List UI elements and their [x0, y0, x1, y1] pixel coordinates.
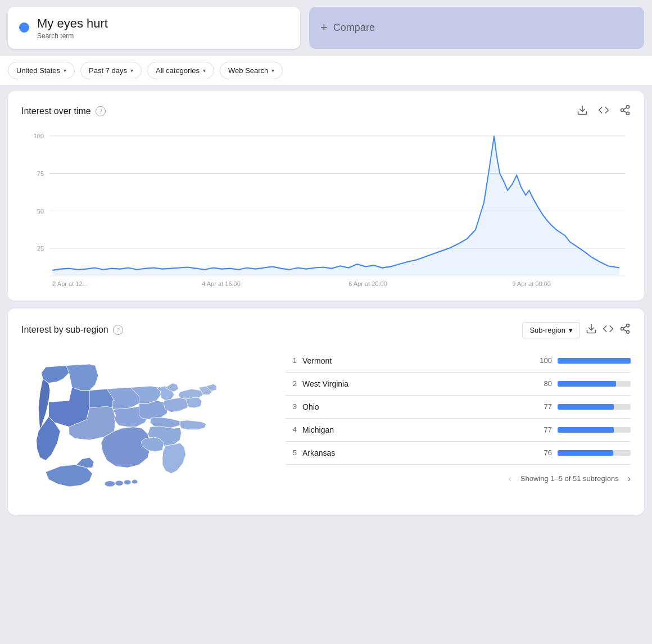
region-bar-3: [558, 404, 614, 410]
filter-category[interactable]: All categories ▾: [147, 62, 214, 79]
filter-region-chevron: ▾: [64, 67, 66, 74]
svg-marker-40: [164, 397, 189, 412]
svg-text:6 Apr at 20:00: 6 Apr at 20:00: [348, 280, 387, 287]
region-name-3: Ohio: [302, 402, 527, 411]
main-content: Interest over time ?: [0, 91, 652, 515]
region-row: 5 Arkansas 76: [286, 442, 631, 465]
region-bar-container-3: [558, 404, 631, 410]
svg-marker-44: [186, 397, 202, 407]
search-term-card: My eyes hurt Search term: [8, 7, 300, 49]
filter-time[interactable]: Past 7 days ▾: [80, 62, 142, 79]
pagination-text: Showing 1–5 of 51 subregions: [520, 474, 619, 483]
help-icon-time[interactable]: ?: [96, 106, 106, 116]
svg-text:100: 100: [34, 132, 44, 139]
search-dot-indicator: [19, 22, 29, 33]
svg-point-52: [105, 480, 115, 486]
pagination: ‹ Showing 1–5 of 51 subregions ›: [286, 465, 631, 484]
interest-over-time-panel: Interest over time ?: [8, 91, 644, 301]
subregion-content: 1 Vermont 100 2 West Virginia 80: [21, 350, 631, 501]
time-chart: 100 75 50 25 2 Apr at 12... 4 Apr at 16:…: [21, 130, 631, 287]
region-row: 3 Ohio 77: [286, 396, 631, 419]
panel-actions-time: [577, 105, 631, 119]
region-bar-container-5: [558, 450, 631, 456]
svg-text:75: 75: [37, 170, 44, 176]
svg-line-4: [623, 111, 627, 112]
search-term-name: My eyes hurt: [37, 16, 108, 32]
region-name-1: Vermont: [302, 356, 527, 365]
svg-line-23: [623, 329, 627, 331]
region-rank-4: 4: [286, 425, 297, 434]
region-bar-container-4: [558, 427, 631, 433]
chart-svg: 100 75 50 25 2 Apr at 12... 4 Apr at 16:…: [21, 130, 631, 287]
region-row: 2 West Virginia 80: [286, 373, 631, 396]
svg-line-24: [623, 326, 627, 328]
interest-over-time-title: Interest over time: [21, 106, 91, 116]
region-bar-container-1: [558, 358, 631, 364]
svg-marker-46: [180, 420, 206, 429]
filter-category-chevron: ▾: [203, 67, 206, 74]
compare-label: Compare: [333, 22, 375, 34]
region-row: 1 Vermont 100: [286, 350, 631, 373]
top-bar: My eyes hurt Search term + Compare: [0, 0, 652, 56]
svg-text:9 Apr at 00:00: 9 Apr at 00:00: [512, 280, 551, 287]
svg-marker-50: [46, 465, 92, 487]
region-name-2: West Virginia: [302, 379, 527, 388]
subregion-dropdown[interactable]: Sub-region ▾: [522, 322, 580, 338]
svg-text:50: 50: [37, 207, 44, 214]
filter-category-label: All categories: [156, 66, 200, 75]
region-bar-1: [558, 358, 631, 364]
subregion-share-icon[interactable]: [619, 323, 631, 337]
svg-marker-28: [66, 364, 98, 391]
subregion-dropdown-label: Sub-region: [529, 326, 565, 334]
region-rank-5: 5: [286, 448, 297, 457]
search-term-label: Search term: [37, 32, 108, 40]
embed-icon[interactable]: [598, 105, 609, 119]
us-map-area: [21, 350, 274, 501]
region-rank-2: 2: [286, 379, 297, 388]
svg-text:25: 25: [37, 245, 44, 252]
filter-search-type[interactable]: Web Search ▾: [220, 62, 283, 79]
svg-marker-41: [179, 389, 203, 399]
region-list: 1 Vermont 100 2 West Virginia 80: [286, 350, 631, 501]
interest-by-subregion-panel: Interest by sub-region ? Sub-region ▾: [8, 309, 644, 515]
svg-text:4 Apr at 16:00: 4 Apr at 16:00: [202, 280, 241, 287]
region-bar-container-2: [558, 381, 631, 387]
compare-card[interactable]: + Compare: [309, 7, 644, 49]
svg-line-5: [623, 107, 627, 109]
region-value-2: 80: [532, 379, 552, 388]
subregion-header-actions: Sub-region ▾: [522, 322, 631, 338]
region-value-3: 77: [532, 402, 552, 411]
region-bar-2: [558, 381, 616, 387]
region-name-5: Arkansas: [302, 448, 527, 457]
filters-bar: United States ▾ Past 7 days ▾ All catego…: [0, 56, 652, 85]
filter-region[interactable]: United States ▾: [8, 62, 75, 79]
filter-time-label: Past 7 days: [89, 66, 127, 75]
pagination-next[interactable]: ›: [628, 474, 631, 484]
panel-title-subregion: Interest by sub-region ?: [21, 325, 123, 335]
interest-by-subregion-title: Interest by sub-region: [21, 325, 108, 335]
svg-text:2 Apr at 12...: 2 Apr at 12...: [52, 280, 88, 287]
region-value-4: 77: [532, 425, 552, 434]
filter-search-type-label: Web Search: [228, 66, 268, 75]
us-map-svg: [30, 350, 266, 501]
svg-marker-45: [150, 417, 180, 428]
panel-header-subregion: Interest by sub-region ? Sub-region ▾: [21, 322, 631, 338]
region-rank-1: 1: [286, 356, 297, 365]
pagination-prev[interactable]: ‹: [508, 474, 511, 484]
region-bar-4: [558, 427, 614, 433]
region-row: 4 Michigan 77: [286, 419, 631, 442]
download-icon[interactable]: [577, 105, 588, 119]
svg-point-53: [115, 480, 124, 486]
subregion-embed-icon[interactable]: [603, 323, 614, 337]
compare-plus-icon: +: [320, 20, 328, 35]
panel-title-time: Interest over time ?: [21, 106, 106, 116]
region-name-4: Michigan: [302, 425, 527, 434]
region-bar-5: [558, 450, 613, 456]
filter-time-chevron: ▾: [130, 67, 133, 74]
share-icon[interactable]: [619, 105, 631, 119]
region-value-1: 100: [532, 356, 552, 365]
filter-search-type-chevron: ▾: [271, 67, 274, 74]
region-rank-3: 3: [286, 402, 297, 411]
subregion-download-icon[interactable]: [586, 323, 597, 337]
help-icon-subregion[interactable]: ?: [113, 325, 123, 335]
